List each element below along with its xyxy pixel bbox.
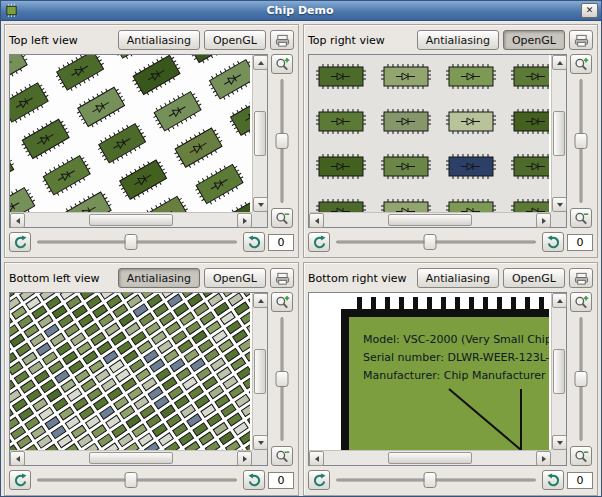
zoom-out-button[interactable] (570, 446, 592, 466)
vertical-scrollbar[interactable] (551, 55, 566, 212)
scroll-right-button[interactable] (536, 451, 551, 466)
horizontal-scrollbar[interactable] (10, 212, 252, 227)
antialiasing-button[interactable]: Antialiasing (118, 30, 200, 50)
vertical-scrollbar[interactable] (551, 293, 566, 450)
zoom-in-button[interactable] (271, 54, 293, 74)
vertical-scroll-track[interactable] (552, 308, 566, 435)
view-panel-bottom-right: Bottom right view Antialiasing OpenGL Mo… (303, 262, 598, 496)
print-button[interactable] (569, 30, 593, 50)
scroll-left-button[interactable] (10, 213, 25, 228)
arrow-down-icon (258, 441, 264, 445)
opengl-button[interactable]: OpenGL (503, 30, 565, 50)
rotate-right-button[interactable] (542, 232, 564, 252)
scroll-left-button[interactable] (10, 451, 25, 466)
scroll-up-button[interactable] (253, 55, 268, 70)
zoom-slider[interactable] (272, 314, 292, 444)
rotate-slider[interactable] (34, 232, 240, 252)
vertical-scroll-track[interactable] (253, 308, 267, 435)
chips-canvas[interactable] (309, 55, 551, 212)
horizontal-scrollbar[interactable] (10, 450, 252, 465)
opengl-button[interactable]: OpenGL (204, 30, 266, 50)
slider-handle[interactable] (575, 133, 588, 149)
scroll-left-button[interactable] (309, 451, 324, 466)
chips-canvas[interactable] (10, 55, 252, 212)
scroll-down-button[interactable] (552, 435, 567, 450)
rotate-left-button[interactable] (9, 232, 31, 252)
horizontal-scrollbar[interactable] (309, 450, 551, 465)
scroll-down-button[interactable] (552, 197, 567, 212)
zoom-in-button[interactable] (271, 292, 293, 312)
slider-handle[interactable] (423, 472, 436, 488)
rotate-slider[interactable] (333, 232, 539, 252)
vertical-scroll-track[interactable] (253, 70, 267, 197)
scroll-up-button[interactable] (552, 55, 567, 70)
horizontal-scroll-track[interactable] (25, 213, 237, 227)
chips-canvas[interactable]: Model: VSC-2000 (Very Small Chip) at 9Se… (309, 293, 551, 450)
zoom-in-button[interactable] (570, 54, 592, 74)
vertical-scrollbar[interactable] (252, 293, 267, 450)
zoom-slider[interactable] (272, 76, 292, 206)
scroll-up-button[interactable] (552, 293, 567, 308)
scroll-left-button[interactable] (309, 213, 324, 228)
graphics-view[interactable] (9, 292, 268, 466)
vertical-scroll-thumb[interactable] (553, 111, 565, 157)
vertical-scroll-track[interactable] (552, 70, 566, 197)
print-button[interactable] (270, 30, 294, 50)
rotate-left-button[interactable] (9, 470, 31, 490)
slider-handle[interactable] (276, 133, 289, 149)
opengl-button[interactable]: OpenGL (204, 268, 266, 288)
opengl-button[interactable]: OpenGL (503, 268, 565, 288)
zoom-in-button[interactable] (570, 292, 592, 312)
printer-icon (574, 33, 589, 48)
scroll-up-button[interactable] (253, 293, 268, 308)
graphics-view[interactable]: Model: VSC-2000 (Very Small Chip) at 9Se… (308, 292, 567, 466)
horizontal-scroll-thumb[interactable] (89, 214, 174, 226)
horizontal-scroll-track[interactable] (25, 451, 237, 465)
close-button[interactable]: ✕ (581, 3, 598, 18)
horizontal-scroll-track[interactable] (324, 213, 536, 227)
rotate-slider[interactable] (333, 470, 539, 490)
title-bar[interactable]: Chip Demo ✕ (1, 1, 601, 21)
view-header: Bottom right view Antialiasing OpenGL (308, 267, 593, 289)
horizontal-scroll-thumb[interactable] (388, 452, 473, 464)
horizontal-scroll-track[interactable] (324, 451, 536, 465)
graphics-view[interactable] (9, 54, 268, 228)
scroll-down-button[interactable] (253, 435, 268, 450)
rotate-right-button[interactable] (542, 470, 564, 490)
zoom-slider[interactable] (571, 76, 591, 206)
slider-handle[interactable] (423, 234, 436, 250)
window-menu-icon[interactable] (4, 3, 19, 18)
rotate-right-button[interactable] (243, 470, 265, 490)
rotate-left-button[interactable] (308, 470, 330, 490)
horizontal-scroll-thumb[interactable] (89, 452, 174, 464)
antialiasing-button[interactable]: Antialiasing (417, 268, 499, 288)
vertical-scroll-thumb[interactable] (254, 111, 266, 157)
antialiasing-button[interactable]: Antialiasing (118, 268, 200, 288)
horizontal-scroll-thumb[interactable] (388, 214, 473, 226)
vertical-scroll-thumb[interactable] (553, 349, 565, 395)
zoom-out-button[interactable] (271, 446, 293, 466)
slider-handle[interactable] (276, 371, 289, 387)
zoom-out-button[interactable] (271, 208, 293, 228)
scroll-right-button[interactable] (237, 213, 252, 228)
rotate-slider[interactable] (34, 470, 240, 490)
scroll-down-button[interactable] (253, 197, 268, 212)
scroll-right-button[interactable] (237, 451, 252, 466)
slider-handle[interactable] (124, 472, 137, 488)
horizontal-scrollbar[interactable] (309, 212, 551, 227)
scroll-right-button[interactable] (536, 213, 551, 228)
arrow-right-icon (542, 218, 546, 224)
zoom-out-button[interactable] (570, 208, 592, 228)
chips-canvas[interactable] (10, 293, 252, 450)
print-button[interactable] (569, 268, 593, 288)
rotate-right-button[interactable] (243, 232, 265, 252)
slider-handle[interactable] (575, 371, 588, 387)
vertical-scroll-thumb[interactable] (254, 349, 266, 395)
rotate-left-button[interactable] (308, 232, 330, 252)
antialiasing-button[interactable]: Antialiasing (417, 30, 499, 50)
zoom-slider[interactable] (571, 314, 591, 444)
print-button[interactable] (270, 268, 294, 288)
graphics-view[interactable] (308, 54, 567, 228)
slider-handle[interactable] (124, 234, 137, 250)
vertical-scrollbar[interactable] (252, 55, 267, 212)
